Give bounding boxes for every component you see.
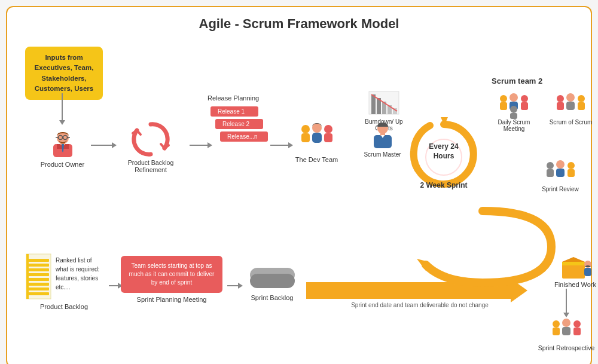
svg-rect-65 [553,328,560,335]
svg-rect-48 [568,169,575,177]
svg-point-47 [568,162,575,169]
sprint-review-label: Sprint Review [542,186,579,192]
dev-team-section: The Dev Team [291,118,342,163]
finished-work-label: Finished Work [554,281,596,288]
scrum-master-label: Scrum Master [364,151,401,158]
svg-rect-46 [556,169,565,177]
svg-rect-30 [500,102,507,110]
svg-rect-44 [547,169,554,177]
daily-scrum-item: Daily Scrum Meeting [492,90,536,132]
svg-rect-56 [28,287,49,290]
arrow-down-finished [563,289,569,317]
diagram-container: Agile - Scrum Framework Model Inputs fro… [6,6,592,364]
release-card-2: Release 2 [215,119,263,129]
svg-point-68 [573,320,581,328]
cycle-24h-section: Every 24 Hours 2 Week Sprint [405,112,483,208]
svg-rect-63 [584,268,591,276]
svg-rect-58 [26,254,29,299]
svg-point-33 [521,95,528,102]
svg-point-12 [324,125,332,133]
main-title: Agile - Scrum Framework Model [19,16,579,32]
sprint-retro-section: Sprint Retrospective [533,316,598,351]
svg-rect-11 [301,133,310,142]
sprint-planning-label: Sprint Planning Meeting [137,296,207,303]
cycle-arrows-icon [130,121,172,157]
sprint-backlog-label: Sprint Backlog [251,294,294,301]
svg-point-31 [509,93,518,102]
product-owner-label: Product Owner [41,161,84,168]
svg-rect-38 [557,102,564,110]
scrum-team-top-row: Daily Scrum Meeting Scrum of Scrum [492,90,598,132]
burndown-chart-icon [366,88,402,118]
sprint-planning-section: Team selects starting at top as much as … [121,256,222,303]
scrum-team-2-section: Scrum team 2 Da [492,77,598,132]
release-card-3: Release...n [220,131,268,142]
scrum-master-section: Scrum Master [357,118,408,158]
big-arrow-label: Sprint end date and team deliverable do … [336,299,504,310]
arrow-down-inputs [59,93,65,125]
svg-point-10 [301,125,310,133]
arrow-right-3 [270,142,293,148]
two-week-sprint-text: 2 Week Sprint [420,181,467,189]
scrum-of-scrum-item: Scrum of Scrum [548,90,593,132]
svg-rect-52 [28,268,49,271]
svg-rect-50 [28,259,49,262]
svg-point-39 [566,93,575,102]
svg-rect-34 [521,102,528,110]
sprint-retro-label: Sprint Retrospective [538,344,595,351]
release-planning-label: Release Planning [208,94,300,102]
svg-point-41 [578,95,585,102]
inputs-text: Inputs from Executives, Team, Stakeholde… [35,54,94,92]
dev-team-icon [296,118,338,154]
inputs-box: Inputs from Executives, Team, Stakeholde… [25,47,103,100]
product-owner-icon [47,127,78,158]
daily-scrum-icon [495,90,533,119]
scrum-team-2-title: Scrum team 2 [492,77,598,85]
sprint-retro-icon [547,316,586,344]
backlog-desc-text: Ranked list of what is required: feature… [56,257,99,290]
backlog-refinement-label: Product Backlog Refinement [115,159,187,173]
sprint-backlog-section: Task Breakout Sprint Backlog [239,265,305,301]
svg-rect-55 [28,283,49,286]
sprint-review-item: Sprint Review [530,157,590,192]
sprint-cycle-svg [408,205,557,289]
finished-work-icon [559,250,592,281]
sprint-planning-box-text: Team selects starting at top as much as … [129,262,215,286]
product-backlog-section: Ranked list of what is required: feature… [25,253,103,310]
scrum-of-scrum-icon [551,90,590,119]
svg-rect-15 [312,133,322,143]
product-owner-section: Product Owner [37,127,88,168]
release-cards: Release 1 Release 2 Release...n [210,106,300,142]
svg-point-43 [547,162,554,169]
every-24-hours-text: Every 24 Hours [429,142,458,160]
svg-rect-67 [562,327,570,335]
svg-rect-42 [578,102,585,110]
sprint-review-icon [541,157,580,186]
svg-rect-61 [562,262,585,265]
svg-point-66 [562,319,570,327]
product-backlog-label: Product Backlog [40,303,88,310]
svg-point-35 [510,106,517,113]
svg-rect-36 [510,113,517,119]
svg-rect-13 [324,133,332,142]
svg-point-45 [556,160,565,169]
scrum-master-icon [368,118,398,151]
svg-rect-40 [566,102,575,110]
svg-rect-69 [573,328,581,335]
svg-point-29 [500,95,507,102]
svg-rect-51 [28,264,49,267]
svg-rect-53 [28,273,49,276]
svg-point-37 [557,95,564,102]
arrow-right-1 [91,142,117,148]
svg-rect-54 [28,278,49,281]
svg-point-14 [312,123,322,133]
release-card-1: Release 1 [210,106,258,117]
svg-rect-57 [28,292,49,295]
scrum-of-scrum-label: Scrum of Scrum [550,119,593,126]
release-planning-section: Release Planning Release 1 Release 2 Rel… [208,94,300,142]
svg-marker-60 [562,257,585,262]
daily-scrum-label: Daily Scrum Meeting [492,119,536,132]
svg-point-64 [553,320,560,328]
backlog-refinement-section: Product Backlog Refinement [115,121,187,173]
product-backlog-visual [25,253,52,301]
